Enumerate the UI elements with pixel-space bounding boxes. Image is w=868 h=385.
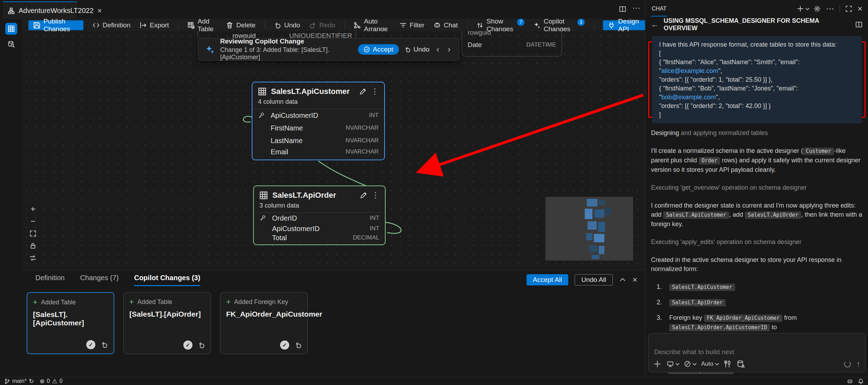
filter-icon — [400, 22, 407, 29]
screen-context-control[interactable] — [667, 360, 678, 367]
schema-icon — [8, 7, 15, 14]
undo-button[interactable]: Undo — [274, 21, 300, 29]
close-panel-icon[interactable]: × — [632, 275, 637, 285]
model-picker-control[interactable]: Auto — [701, 360, 718, 367]
user-message: I have this API response format, create … — [652, 36, 862, 123]
sync-icon[interactable]: ↻ — [29, 377, 34, 385]
table-column-count: 3 column data — [254, 201, 385, 213]
tab-definition[interactable]: Definition — [35, 274, 65, 286]
table-card-apicustomer[interactable]: SalesLT.ApiCustomer ⋮ 4 column data ApiC… — [252, 82, 385, 160]
copilot-changes-badge: 3 — [577, 19, 585, 26]
open-in-editor-icon[interactable] — [855, 21, 862, 28]
auto-arrange-button[interactable]: Auto Arrange — [354, 18, 390, 33]
chat-paragraph: Designing and applying normalized tables — [651, 128, 863, 137]
accept-all-button[interactable]: Accept All — [527, 274, 568, 285]
editor-more-icon[interactable]: ⋯ — [632, 6, 640, 13]
maximize-chat-icon[interactable] — [845, 5, 852, 12]
table-more-icon[interactable]: ⋮ — [372, 191, 379, 200]
chat-panel-title[interactable]: CHAT — [651, 1, 667, 16]
chat-settings-icon[interactable] — [814, 5, 821, 12]
plug-icon — [608, 22, 615, 29]
tab-adventureworks[interactable]: AdventureWorksLT2022 × — [3, 1, 77, 19]
zoom-in-icon[interactable]: + — [28, 204, 38, 214]
database-search-icon[interactable] — [5, 38, 17, 50]
bell-icon[interactable] — [858, 378, 864, 384]
undo-change-icon[interactable] — [101, 341, 108, 348]
delete-button[interactable]: Delete — [226, 21, 256, 29]
minimap-node — [598, 222, 605, 232]
mode-picker-control[interactable] — [684, 360, 696, 367]
change-card-foreignkey[interactable]: +Added Foreign Key FK_ApiOrder_ApiCustom… — [220, 292, 308, 354]
undo-all-button[interactable]: Undo All — [575, 274, 613, 285]
column-row[interactable]: ApiCustomerID INT — [252, 109, 384, 122]
accept-change-icon[interactable]: ✓ — [86, 340, 95, 349]
show-changes-button[interactable]: Show Changes7 — [476, 18, 524, 33]
code-icon — [93, 22, 100, 29]
close-chat-icon[interactable]: × — [857, 4, 862, 14]
email-link[interactable]: alice@example.com — [661, 67, 718, 74]
undo-change-icon[interactable] — [198, 342, 205, 349]
schema-canvas[interactable]: rowguid UNIQUEIDENTIFIER rowguid Date DA… — [22, 31, 645, 270]
copilot-status-icon[interactable] — [847, 378, 853, 384]
minimap-node — [592, 255, 599, 259]
send-icon[interactable]: ↑ — [856, 359, 860, 369]
column-row[interactable]: Email NVARCHAR — [252, 147, 384, 160]
copilot-changes-button[interactable]: Copilot Changes3 — [534, 18, 585, 33]
tab-changes[interactable]: Changes (7) — [80, 274, 118, 286]
filter-button[interactable]: Filter — [400, 21, 425, 29]
branch-indicator[interactable]: main* ↻ — [4, 377, 34, 385]
edit-table-icon[interactable] — [359, 88, 366, 95]
column-row[interactable]: OrderID INT — [254, 213, 385, 223]
chat-more-icon[interactable]: ⋯ — [826, 7, 834, 11]
column-row[interactable]: ApiCustomerID INT — [254, 223, 385, 234]
change-card-apicustomer[interactable]: +Added Table [SalesLT].[ApiCustomer] ✓ — [27, 292, 114, 354]
new-chat-dropdown-icon[interactable] — [806, 6, 809, 10]
minimap[interactable] — [545, 197, 633, 261]
add-table-button[interactable]: Add Table — [188, 18, 217, 33]
accept-change-icon[interactable]: ✓ — [280, 340, 289, 350]
chat-input-box[interactable]: Describe what to build next Auto — [648, 333, 866, 372]
database-warning-icon[interactable] — [737, 360, 745, 368]
column-row[interactable]: FirstName NVARCHAR — [252, 122, 384, 134]
zoom-out-icon[interactable]: − — [28, 217, 38, 226]
chat-paragraph: I'll create a normalized schema in the a… — [651, 146, 863, 174]
column-row[interactable]: Total DECIMAL — [254, 234, 385, 244]
accept-change-icon[interactable]: ✓ — [183, 340, 192, 350]
schema-designer-tool-icon[interactable] — [5, 23, 17, 35]
redo-button[interactable]: Redo — [309, 21, 335, 29]
tab-close-icon[interactable]: × — [97, 7, 102, 15]
back-icon[interactable]: ← — [651, 20, 659, 29]
table-name: SalesLT.ApiCustomer — [271, 87, 355, 96]
lock-icon[interactable] — [28, 241, 38, 250]
undo-change-button[interactable]: Undo — [405, 46, 429, 53]
problems-indicator[interactable]: ⊗ 0 ⚠ 0 — [40, 378, 62, 385]
edit-table-icon[interactable] — [360, 192, 367, 199]
export-icon — [140, 22, 147, 29]
column-row[interactable]: LastName NVARCHAR — [252, 134, 384, 147]
publish-changes-button[interactable]: Publish Changes — [28, 20, 83, 30]
definition-button[interactable]: Definition — [93, 21, 130, 29]
accept-change-button[interactable]: Accept — [358, 44, 399, 55]
status-bar: main* ↻ ⊗ 0 ⚠ 0 — [0, 377, 868, 385]
primary-key-icon — [258, 112, 264, 119]
previous-change-icon[interactable]: ‹ — [435, 45, 441, 54]
split-editor-icon[interactable] — [619, 6, 626, 13]
tab-copilot-changes[interactable]: Copilot Changes (3) — [134, 274, 200, 286]
chat-button[interactable]: Chat — [434, 21, 458, 29]
added-icon: + — [226, 298, 231, 306]
table-card-apiorder[interactable]: SalesLT.ApiOrder ⋮ 3 column data OrderID… — [253, 185, 386, 245]
undo-change-icon[interactable] — [295, 342, 302, 349]
reset-layout-icon[interactable] — [28, 254, 38, 263]
change-card-apiorder[interactable]: +Added Table [SalesLT].[ApiOrder] ✓ — [123, 292, 211, 354]
next-change-icon[interactable]: › — [446, 45, 452, 54]
design-api-button[interactable]: Design API — [603, 20, 645, 30]
email-link[interactable]: bob@example.com — [661, 94, 716, 101]
tools-icon[interactable] — [724, 360, 731, 368]
export-button[interactable]: Export — [140, 21, 169, 29]
table-more-icon[interactable]: ⋮ — [371, 87, 379, 96]
collapse-panel-icon[interactable] — [619, 276, 626, 283]
new-chat-icon[interactable] — [797, 5, 804, 12]
fit-view-icon[interactable] — [28, 229, 38, 238]
attach-context-icon[interactable] — [653, 360, 661, 368]
user-message-line: "orders": [{ "orderId": 2, "total": 42.0… — [659, 102, 855, 110]
